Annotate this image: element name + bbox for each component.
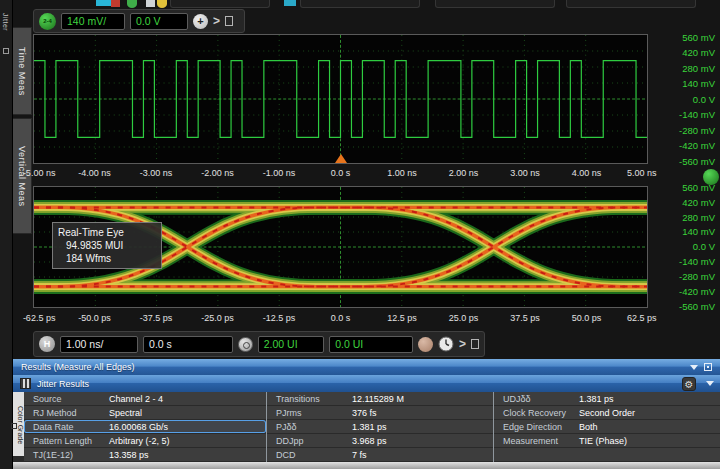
- table-row[interactable]: PJδδ1.381 ps: [267, 420, 493, 434]
- channel-badge-icon[interactable]: [703, 169, 719, 185]
- horizontal-badge-icon[interactable]: H: [39, 336, 55, 352]
- y-axis-label: 140 mV: [650, 79, 718, 89]
- result-label: PJrms: [267, 408, 352, 418]
- chevron-right-icon[interactable]: >: [213, 15, 220, 27]
- bottom-panel-edge: [13, 462, 720, 469]
- vertical-offset-field[interactable]: 0.0 V: [130, 13, 188, 30]
- eye-y-axis: 560 mV420 mV280 mV140 mV0.0 V-140 mV-280…: [650, 183, 718, 311]
- result-label: Pattern Length: [24, 436, 109, 446]
- clock-icon[interactable]: [438, 336, 454, 352]
- table-row[interactable]: MeasurementTIE (Phase): [494, 434, 720, 448]
- pin-icon[interactable]: [704, 363, 712, 371]
- result-value: 12.115289 M: [352, 394, 404, 404]
- eye-info-title: Real-Time Eye: [58, 226, 156, 239]
- table-row[interactable]: Pattern LengthArbitrary (-2, 5): [24, 434, 266, 448]
- y-axis-label: -560 mV: [650, 157, 718, 167]
- ui-scale-field[interactable]: 2.00 UI: [258, 336, 324, 353]
- results-column-3: UDJδδ1.381 psClock RecoverySecond OrderE…: [493, 392, 720, 462]
- results-title: Results (Measure All Edges): [21, 362, 135, 372]
- result-value: 16.00068 Gb/s: [109, 422, 168, 432]
- table-row[interactable]: RJ MethodSpectral: [24, 406, 266, 420]
- table-row[interactable]: PJrms376 fs: [267, 406, 493, 420]
- top-tab-fragment: [170, 0, 270, 8]
- y-axis-label: 0.0 V: [650, 95, 718, 105]
- top-fragment-teal: [284, 0, 296, 6]
- x-axis-label: 25.0 ps: [449, 313, 479, 323]
- result-value: 7 fs: [352, 450, 367, 460]
- x-axis-label: 50.0 ps: [572, 313, 602, 323]
- table-row[interactable]: Transitions12.115289 M: [267, 392, 493, 406]
- window-icon[interactable]: [471, 339, 479, 349]
- result-label: RJ Method: [24, 408, 109, 418]
- waveform-display[interactable]: [33, 34, 648, 164]
- jitter-results-table: SourceChannel 2 - 4RJ MethodSpectralData…: [24, 392, 720, 462]
- chevron-down-icon[interactable]: [706, 381, 714, 386]
- x-axis-label: -12.5 ps: [263, 313, 296, 323]
- color-grade-tab[interactable]: Color Grade: [13, 392, 24, 456]
- table-row[interactable]: TJ(1E-12)13.358 ps: [24, 448, 266, 462]
- unit-interval-badge-icon[interactable]: [238, 337, 253, 352]
- result-value: 3.968 ps: [352, 436, 387, 446]
- waveform-x-axis: -5.00 ns-4.00 ns-3.00 ns-2.00 ns-1.00 ns…: [33, 168, 648, 179]
- result-label: DCD: [267, 450, 352, 460]
- x-axis-label: 0.0 s: [331, 313, 351, 323]
- chevron-right-icon[interactable]: >: [459, 338, 466, 350]
- top-tab-fragment: [566, 0, 696, 8]
- result-label: Clock Recovery: [494, 408, 579, 418]
- results-header-bar[interactable]: Results (Measure All Edges): [13, 359, 720, 375]
- timebase-scale-field[interactable]: 1.00 ns/: [60, 336, 138, 353]
- result-label: Edge Direction: [494, 422, 579, 432]
- x-axis-label: -62.5 ps: [23, 313, 56, 323]
- x-axis-label: 62.5 ps: [627, 313, 657, 323]
- top-fragment-red: [111, 0, 120, 7]
- results-column-2: Transitions12.115289 MPJrms376 fsPJδδ1.3…: [266, 392, 493, 462]
- table-row[interactable]: SourceChannel 2 - 4: [24, 392, 266, 406]
- x-axis-label: 4.00 ns: [572, 168, 602, 178]
- left-rail: Jitter: [0, 0, 13, 469]
- channel-badge-icon[interactable]: 2-4: [39, 13, 56, 30]
- eye-info-box: Real-Time Eye 94.9835 MUI 184 Wfms: [52, 222, 162, 269]
- result-label: Transitions: [267, 394, 352, 404]
- result-label: PJδδ: [267, 422, 352, 432]
- acquisition-badge-icon[interactable]: [418, 337, 433, 352]
- sidebar-tab-time-meas[interactable]: Time Meas: [13, 27, 32, 115]
- table-row[interactable]: Clock RecoverySecond Order: [494, 406, 720, 420]
- x-axis-label: -1.00 ns: [263, 168, 296, 178]
- y-axis-label: -420 mV: [650, 141, 718, 151]
- window-icon[interactable]: [3, 48, 9, 54]
- jitter-panel-label: Jitter: [2, 13, 9, 31]
- waveform-y-axis: 560 mV420 mV280 mV140 mV0.0 V-140 mV-280…: [650, 33, 718, 166]
- x-axis-label: 12.5 ps: [387, 313, 417, 323]
- trigger-marker-icon[interactable]: [335, 154, 347, 163]
- table-row[interactable]: UDJδδ1.381 ps: [494, 392, 720, 406]
- channel-toolbar: 2-4 140 mV/ 0.0 V + >: [33, 9, 245, 33]
- plus-icon[interactable]: +: [193, 14, 208, 29]
- result-value: Channel 2 - 4: [109, 394, 163, 404]
- table-row[interactable]: [494, 448, 720, 462]
- table-row[interactable]: Edge DirectionBoth: [494, 420, 720, 434]
- chevron-down-icon[interactable]: [690, 365, 698, 370]
- window-icon[interactable]: [225, 16, 233, 26]
- table-row[interactable]: DDJpp3.968 ps: [267, 434, 493, 448]
- ui-offset-field[interactable]: 0.0 UI: [329, 336, 413, 353]
- x-axis-label: -50.0 ps: [78, 313, 111, 323]
- table-row[interactable]: Data Rate16.00068 Gb/s: [24, 420, 266, 434]
- top-tab-fragment: [300, 0, 420, 8]
- checkbox-icon[interactable]: [11, 423, 17, 429]
- timebase-position-field[interactable]: 0.0 s: [143, 336, 233, 353]
- waveform-trace: [34, 35, 647, 163]
- result-value: TIE (Phase): [579, 436, 627, 446]
- x-axis-label: -3.00 ns: [140, 168, 173, 178]
- x-axis-label: 5.00 ns: [627, 168, 657, 178]
- x-axis-label: -4.00 ns: [78, 168, 111, 178]
- x-axis-label: 2.00 ns: [449, 168, 479, 178]
- result-value: Spectral: [109, 408, 142, 418]
- vertical-scale-field[interactable]: 140 mV/: [61, 13, 125, 30]
- y-axis-label: 560 mV: [650, 33, 718, 43]
- top-fragment-green: [127, 0, 137, 8]
- gear-icon[interactable]: ⚙: [682, 377, 696, 391]
- result-label: Data Rate: [24, 422, 109, 432]
- jitter-results-header-bar[interactable]: Jitter Results ⚙: [13, 375, 720, 392]
- result-label: DDJpp: [267, 436, 352, 446]
- table-row[interactable]: DCD7 fs: [267, 448, 493, 462]
